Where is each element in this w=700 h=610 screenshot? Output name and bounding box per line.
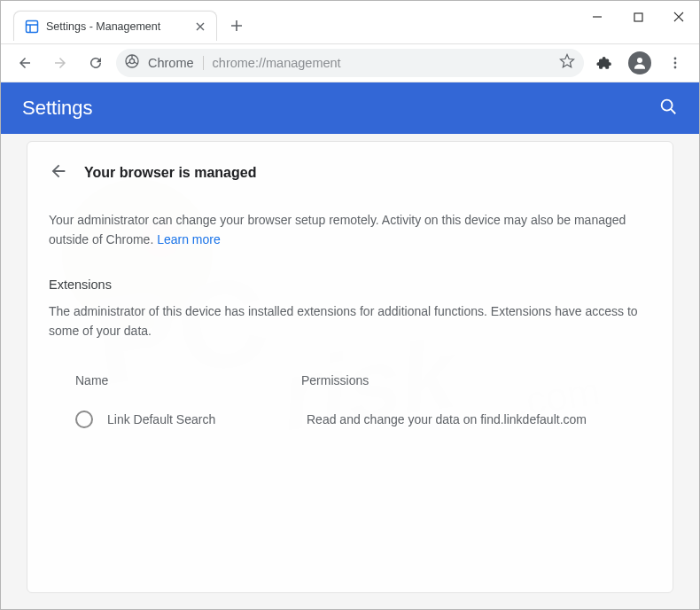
- bookmark-star-icon[interactable]: [559, 53, 575, 73]
- extension-icon: [75, 411, 93, 428]
- learn-more-link[interactable]: Learn more: [157, 232, 221, 246]
- profile-avatar-icon[interactable]: [628, 51, 651, 74]
- extensions-puzzle-icon[interactable]: [589, 48, 619, 78]
- intro-text: Your administrator can change your brows…: [49, 213, 626, 246]
- new-tab-button[interactable]: [224, 13, 249, 38]
- chrome-product-icon: [125, 54, 139, 72]
- omnibox-divider: [203, 56, 204, 70]
- tab-close-icon[interactable]: [193, 20, 207, 34]
- browser-tab[interactable]: Settings - Management: [13, 11, 217, 41]
- extension-permissions: Read and change your data on find.linkde…: [307, 412, 651, 426]
- nav-back-button[interactable]: [10, 48, 40, 78]
- svg-line-17: [671, 109, 675, 113]
- settings-back-icon[interactable]: [49, 161, 68, 184]
- svg-rect-9: [634, 13, 642, 21]
- management-card: Your browser is managed Your administrat…: [27, 141, 673, 593]
- omnibox-scheme-label: Chrome: [148, 56, 194, 70]
- management-intro: Your administrator can change your brows…: [49, 206, 651, 262]
- extensions-description: The administrator of this device has ins…: [49, 297, 651, 353]
- window-minimize-button[interactable]: [577, 1, 618, 33]
- svg-rect-5: [27, 20, 38, 32]
- svg-point-11: [129, 59, 134, 63]
- svg-point-15: [674, 66, 677, 69]
- tab-title: Settings - Management: [46, 20, 186, 33]
- nav-forward-button[interactable]: [45, 48, 75, 78]
- tab-strip: Settings - Management: [1, 1, 577, 43]
- browser-titlebar: Settings - Management: [1, 1, 699, 43]
- table-header-row: Name Permissions: [49, 366, 651, 405]
- window-close-button[interactable]: [658, 1, 699, 33]
- settings-app-title: Settings: [22, 97, 658, 120]
- settings-favicon-icon: [25, 20, 39, 34]
- window-maximize-button[interactable]: [618, 1, 658, 33]
- svg-point-12: [637, 58, 642, 63]
- settings-app-header: Settings: [1, 82, 699, 134]
- extensions-table: Name Permissions Link Default Search Rea…: [49, 354, 651, 434]
- svg-point-14: [674, 62, 677, 65]
- table-row: Link Default Search Read and change your…: [49, 405, 651, 434]
- svg-point-16: [662, 100, 673, 111]
- extensions-heading: Extensions: [49, 262, 651, 297]
- card-header: Your browser is managed: [49, 156, 651, 206]
- omnibox[interactable]: Chrome chrome://management: [116, 49, 584, 77]
- column-header-permissions: Permissions: [301, 373, 651, 387]
- settings-search-icon[interactable]: [658, 97, 678, 120]
- omnibox-url: chrome://management: [213, 56, 550, 70]
- address-bar: Chrome chrome://management: [1, 43, 699, 82]
- page-title: Your browser is managed: [84, 165, 256, 181]
- svg-point-13: [674, 58, 677, 60]
- content-area: Your browser is managed Your administrat…: [1, 134, 699, 610]
- nav-reload-button[interactable]: [81, 48, 111, 78]
- window-controls: [577, 1, 699, 33]
- chrome-menu-button[interactable]: [660, 48, 690, 78]
- extension-name: Link Default Search: [107, 412, 307, 426]
- column-header-name: Name: [75, 373, 301, 387]
